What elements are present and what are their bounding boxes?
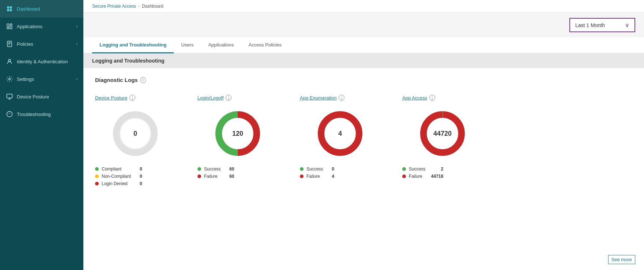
time-filter-dropdown[interactable]: Last 1 Month ∨ xyxy=(569,18,635,32)
policies-icon xyxy=(6,40,13,48)
breadcrumb: Secure Private Access › Dashboard xyxy=(83,0,644,13)
app-access-info-icon[interactable]: i xyxy=(429,95,435,101)
breadcrumb-separator: › xyxy=(138,4,140,9)
svg-rect-14 xyxy=(7,94,12,98)
login-logoff-donut: 120 xyxy=(212,108,263,159)
troubleshooting-icon xyxy=(6,110,13,118)
login-logoff-legend: Success 60 Failure 60 xyxy=(197,166,234,179)
section-header: Logging and Troubleshooting xyxy=(83,53,644,68)
sidebar-item-settings-label: Settings xyxy=(17,76,76,82)
legend-item-failure-enum: Failure 4 xyxy=(300,174,334,179)
sidebar-item-device-posture-label: Device Posture xyxy=(17,94,78,100)
failure-dot-login xyxy=(197,175,201,178)
breadcrumb-current: Dashboard xyxy=(142,4,163,9)
section-title: Logging and Troubleshooting xyxy=(92,58,165,64)
compliant-dot xyxy=(95,167,99,171)
chart-block-app-enumeration: App Enumeration i 4 Success 0 xyxy=(300,95,380,179)
app-access-value: 44720 xyxy=(433,130,452,138)
app-access-donut: 44720 xyxy=(417,108,468,159)
device-posture-value: 0 xyxy=(133,130,137,138)
svg-point-12 xyxy=(8,59,11,61)
chevron-right-icon: › xyxy=(76,24,78,29)
legend-item-success-enum: Success 0 xyxy=(300,166,334,172)
app-access-legend: Success 2 Failure 44718 xyxy=(402,166,443,179)
app-enumeration-donut: 4 xyxy=(315,108,366,159)
legend-item-non-compliant: Non-Compliant 0 xyxy=(95,174,142,179)
legend-item-success-access: Success 2 xyxy=(402,166,443,172)
login-denied-dot xyxy=(95,182,99,185)
tab-users[interactable]: Users xyxy=(174,37,201,53)
sidebar-item-policies[interactable]: Policies › xyxy=(0,35,83,53)
svg-rect-2 xyxy=(7,9,9,11)
diagnostic-logs-info-icon[interactable]: i xyxy=(140,77,146,83)
sidebar-item-troubleshooting[interactable]: Troubleshooting xyxy=(0,105,83,123)
device-posture-donut: 0 xyxy=(110,108,161,159)
chart-block-device-posture: Device Posture i 0 Compliant 0 xyxy=(95,95,176,186)
main-content: Secure Private Access › Dashboard Last 1… xyxy=(83,0,644,270)
legend-item-login-denied: Login Denied 0 xyxy=(95,181,142,186)
tab-applications[interactable]: Applications xyxy=(201,37,241,53)
sidebar-item-identity-label: Identity & Authentication xyxy=(17,59,78,64)
charts-row: Device Posture i 0 Compliant 0 xyxy=(95,95,632,186)
chevron-down-icon: ∨ xyxy=(625,22,629,29)
failure-dot-enum xyxy=(300,175,304,178)
sidebar-item-identity[interactable]: Identity & Authentication xyxy=(0,53,83,70)
app-access-link[interactable]: App Access i xyxy=(402,95,435,101)
login-logoff-value: 120 xyxy=(232,130,243,138)
login-logoff-info-icon[interactable]: i xyxy=(226,95,231,101)
success-dot-enum xyxy=(300,167,304,171)
app-enumeration-info-icon[interactable]: i xyxy=(339,95,344,101)
identity-icon xyxy=(6,58,13,65)
sidebar-item-troubleshooting-label: Troubleshooting xyxy=(17,112,78,117)
sidebar-item-applications-label: Applications xyxy=(17,24,76,29)
diagnostic-logs-title: Diagnostic Logs i xyxy=(95,77,632,83)
see-more-link[interactable]: See more xyxy=(608,255,635,264)
breadcrumb-parent[interactable]: Secure Private Access xyxy=(92,4,136,9)
sidebar-item-dashboard[interactable]: Dashboard xyxy=(0,0,83,18)
svg-rect-7 xyxy=(7,27,9,29)
chevron-right-icon-2: › xyxy=(76,41,78,46)
failure-dot-access xyxy=(402,175,406,178)
header-bar: Last 1 Month ∨ xyxy=(83,13,644,37)
tab-logging[interactable]: Logging and Troubleshooting xyxy=(92,37,174,53)
chevron-right-icon-3: › xyxy=(76,76,78,82)
tab-bar: Logging and Troubleshooting Users Applic… xyxy=(83,37,644,53)
sidebar-item-dashboard-label: Dashboard xyxy=(17,6,78,12)
svg-point-13 xyxy=(9,78,11,80)
sidebar-item-applications[interactable]: Applications › xyxy=(0,18,83,35)
chart-block-app-access: App Access i 44720 Success 2 xyxy=(402,95,483,179)
dashboard-icon xyxy=(6,5,13,12)
device-posture-link[interactable]: Device Posture i xyxy=(95,95,135,101)
app-enumeration-value: 4 xyxy=(338,130,342,138)
sidebar-item-policies-label: Policies xyxy=(17,41,76,47)
sidebar: Dashboard Applications › Policies › Iden… xyxy=(0,0,83,270)
legend-item-success-login: Success 60 xyxy=(197,166,234,172)
device-posture-info-icon[interactable]: i xyxy=(129,95,135,101)
content-area: Diagnostic Logs i Device Posture i 0 xyxy=(83,68,644,270)
applications-icon xyxy=(6,23,13,30)
legend-item-failure-access: Failure 44718 xyxy=(402,174,443,179)
sidebar-item-device-posture[interactable]: Device Posture xyxy=(0,88,83,105)
sidebar-item-settings[interactable]: Settings › xyxy=(0,70,83,88)
tab-access-policies[interactable]: Access Policies xyxy=(241,37,289,53)
svg-rect-4 xyxy=(7,24,9,26)
settings-icon xyxy=(6,75,13,83)
chart-block-login-logoff: Login/Logoff i 120 xyxy=(197,95,278,179)
device-posture-legend: Compliant 0 Non-Compliant 0 Login Denied… xyxy=(95,166,142,186)
filter-label: Last 1 Month xyxy=(575,22,605,28)
app-enumeration-legend: Success 0 Failure 4 xyxy=(300,166,334,179)
non-compliant-dot xyxy=(95,175,99,178)
svg-rect-1 xyxy=(10,6,12,8)
svg-rect-6 xyxy=(10,26,12,29)
success-dot-access xyxy=(402,167,406,171)
legend-item-failure-login: Failure 60 xyxy=(197,174,234,179)
svg-rect-5 xyxy=(10,24,12,25)
login-logoff-link[interactable]: Login/Logoff i xyxy=(197,95,231,101)
device-posture-icon xyxy=(6,93,13,100)
success-dot-login xyxy=(197,167,201,171)
app-enumeration-link[interactable]: App Enumeration i xyxy=(300,95,344,101)
svg-rect-3 xyxy=(10,9,12,11)
legend-item-compliant: Compliant 0 xyxy=(95,166,142,172)
svg-rect-0 xyxy=(7,6,9,8)
